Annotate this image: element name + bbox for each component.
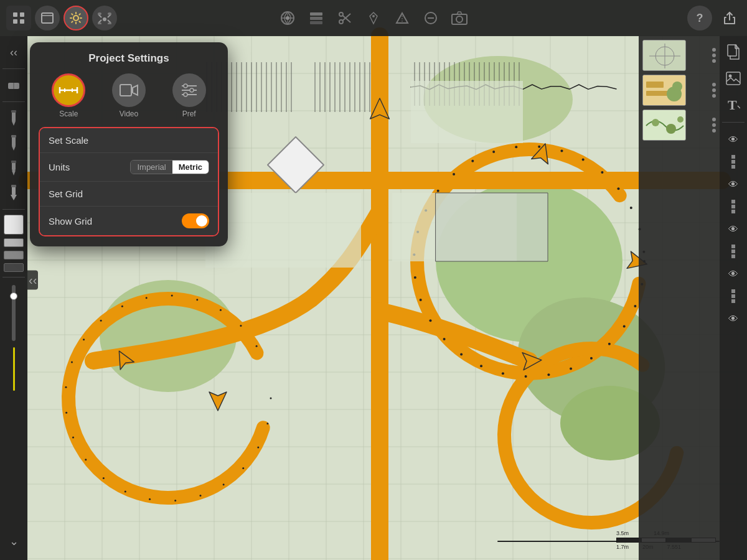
svg-rect-75 xyxy=(646,82,664,88)
image-button[interactable] xyxy=(722,67,745,90)
svg-point-81 xyxy=(666,124,676,134)
svg-rect-3 xyxy=(20,19,24,24)
pen4-button[interactable] xyxy=(2,182,25,204)
down-chevron-button[interactable]: ⌄ xyxy=(2,530,25,553)
layer-dots-panel-3 xyxy=(712,118,716,133)
toolbar-left xyxy=(6,6,117,30)
svg-rect-49 xyxy=(11,185,16,187)
scissors-button[interactable] xyxy=(334,7,356,29)
svg-point-67 xyxy=(729,75,732,78)
scale-icon-circle xyxy=(52,73,85,107)
layer-thumb-1 xyxy=(642,40,686,71)
svg-rect-40 xyxy=(11,110,16,113)
globe-button[interactable] xyxy=(276,7,299,29)
imperial-option[interactable]: Imperial xyxy=(131,161,172,174)
sidebar-divider-1 xyxy=(2,68,24,69)
settings-button[interactable] xyxy=(63,6,88,30)
svg-marker-48 xyxy=(11,195,17,200)
panel-tabs-row: Scale Video xyxy=(39,73,219,118)
video-tab-label: Video xyxy=(120,110,138,118)
layer-thumb-2 xyxy=(642,75,686,106)
svg-point-19 xyxy=(286,16,289,20)
svg-rect-38 xyxy=(12,111,16,121)
panel-title: Project Settings xyxy=(39,52,219,65)
text-button[interactable]: T xyxy=(722,93,745,116)
layer-dots-1 xyxy=(731,155,735,169)
window-button[interactable] xyxy=(35,6,60,30)
sidebar-divider-4 xyxy=(2,277,24,278)
pen3-button[interactable] xyxy=(2,157,25,179)
svg-point-25 xyxy=(339,20,343,24)
svg-point-12 xyxy=(98,12,101,15)
pen2-button[interactable] xyxy=(2,132,25,154)
svg-point-62 xyxy=(184,93,187,96)
svg-marker-45 xyxy=(12,170,16,175)
svg-rect-43 xyxy=(11,135,16,138)
pen1-button[interactable] xyxy=(2,107,25,129)
color-swatch-white[interactable] xyxy=(4,215,24,235)
video-icon-circle xyxy=(112,73,146,107)
units-label: Units xyxy=(49,162,70,172)
layer-visibility-1[interactable]: 👁 xyxy=(722,129,745,151)
layer-visibility-5[interactable]: 👁 xyxy=(722,308,745,330)
svg-rect-24 xyxy=(310,21,322,24)
help-button[interactable]: ? xyxy=(687,6,712,30)
color-swatch-dark[interactable] xyxy=(4,263,24,272)
camera-button[interactable] xyxy=(448,7,471,29)
svg-rect-0 xyxy=(13,12,17,17)
layer-visibility-2[interactable]: 👁 xyxy=(722,174,745,196)
right-layers-panel xyxy=(639,36,720,560)
collapse-arrow[interactable]: ‹‹ xyxy=(27,271,38,290)
new-page-button[interactable] xyxy=(722,41,745,63)
svg-rect-4 xyxy=(42,13,53,23)
svg-point-6 xyxy=(73,16,78,21)
sidebar-divider-3 xyxy=(2,209,24,210)
sidebar-divider-2 xyxy=(2,101,24,102)
show-grid-row[interactable]: Show Grid xyxy=(40,207,218,235)
apps-button[interactable] xyxy=(6,6,31,30)
show-grid-toggle[interactable] xyxy=(182,213,209,228)
svg-rect-76 xyxy=(646,91,668,96)
layer-row-3[interactable] xyxy=(639,108,720,142)
layers-button[interactable] xyxy=(305,7,327,29)
svg-point-29 xyxy=(372,15,375,17)
svg-rect-44 xyxy=(12,162,16,170)
drone-button[interactable] xyxy=(92,6,117,30)
share-button[interactable] xyxy=(718,7,741,29)
layer-visibility-3[interactable]: 👁 xyxy=(722,218,745,241)
triangle-button[interactable] xyxy=(391,7,413,29)
toolbar-right: ? xyxy=(687,6,741,30)
pen-center-button[interactable] xyxy=(362,7,385,29)
units-row[interactable]: Units Imperial Metric xyxy=(40,153,218,182)
project-settings-panel: Project Settings Scale xyxy=(30,42,228,246)
settings-section: Set Scale Units Imperial Metric Set Grid… xyxy=(39,127,219,236)
tab-scale[interactable]: Scale xyxy=(52,73,85,118)
back-button[interactable]: ‹‹ xyxy=(2,41,25,63)
opacity-slider[interactable] xyxy=(12,285,16,341)
tab-video[interactable]: Video xyxy=(112,73,146,118)
svg-rect-41 xyxy=(12,136,16,146)
show-grid-label: Show Grid xyxy=(49,216,92,226)
eraser-button[interactable] xyxy=(2,74,25,96)
layer-row-1[interactable] xyxy=(639,39,720,72)
color-swatch-gray1[interactable] xyxy=(4,238,24,247)
svg-point-7 xyxy=(103,17,106,21)
color-swatch-gray2[interactable] xyxy=(4,251,24,259)
top-toolbar: ? xyxy=(0,0,747,36)
svg-point-82 xyxy=(677,116,684,123)
metric-option[interactable]: Metric xyxy=(172,161,209,174)
svg-line-69 xyxy=(738,106,740,108)
set-scale-row[interactable]: Set Scale xyxy=(40,128,218,153)
layer-row-2[interactable] xyxy=(639,73,720,107)
right-sidebar-divider xyxy=(722,122,744,123)
minus-button[interactable] xyxy=(420,7,442,29)
svg-marker-39 xyxy=(12,121,16,126)
layer-dots-2 xyxy=(731,200,735,213)
layer-visibility-4[interactable]: 👁 xyxy=(722,263,745,286)
svg-rect-22 xyxy=(310,12,322,16)
toolbar-center xyxy=(276,7,471,29)
tab-pref[interactable]: Pref xyxy=(172,73,206,118)
set-grid-row[interactable]: Set Grid xyxy=(40,182,218,207)
svg-rect-1 xyxy=(20,12,24,17)
layer-dots-3 xyxy=(731,245,735,258)
